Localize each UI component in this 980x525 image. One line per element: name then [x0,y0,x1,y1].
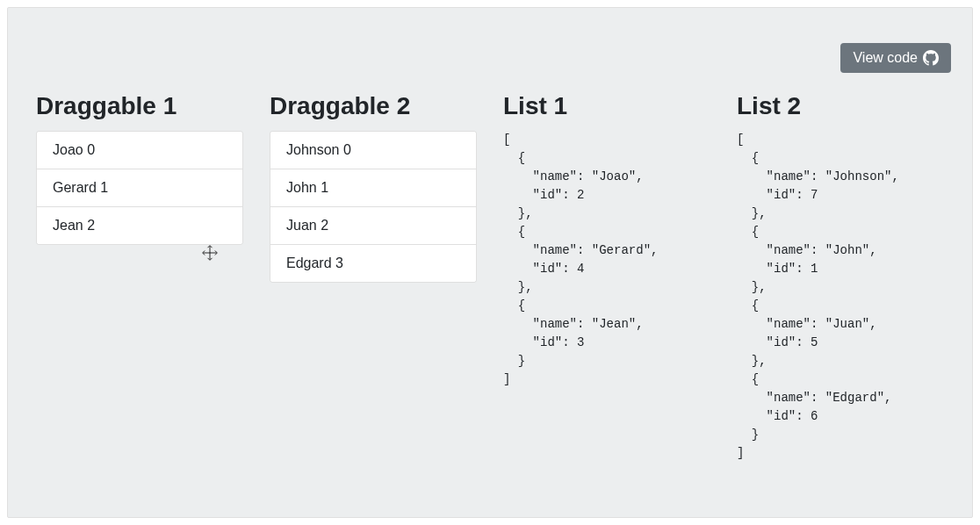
list-item[interactable]: John 1 [270,169,476,207]
list-2-column: List 2 [ { "name": "Johnson", "id": 7 },… [737,92,944,463]
list-1-title: List 1 [503,92,710,120]
list-item[interactable]: Juan 2 [270,207,476,245]
list-item[interactable]: Joao 0 [37,132,242,169]
list-item[interactable]: Edgard 3 [270,245,476,282]
list-2-json: [ { "name": "Johnson", "id": 7 }, { "nam… [737,131,944,463]
list-1-column: List 1 [ { "name": "Joao", "id": 2 }, { … [503,92,710,389]
view-code-button[interactable]: View code [840,43,951,73]
draggable-2-title: Draggable 2 [270,92,477,120]
draggable-1-column: Draggable 1 Joao 0 Gerard 1 Jean 2 [36,92,243,245]
draggable-2-list[interactable]: Johnson 0 John 1 Juan 2 Edgard 3 [270,131,477,283]
columns-row: Draggable 1 Joao 0 Gerard 1 Jean 2 Dragg… [36,92,944,463]
list-item[interactable]: Gerard 1 [37,169,242,207]
list-item[interactable]: Jean 2 [37,207,242,244]
github-icon [923,50,939,66]
draggable-2-column: Draggable 2 Johnson 0 John 1 Juan 2 Edga… [270,92,477,283]
list-2-title: List 2 [737,92,944,120]
draggable-1-title: Draggable 1 [36,92,243,120]
view-code-label: View code [853,50,918,66]
list-item[interactable]: Johnson 0 [270,132,476,169]
draggable-1-list[interactable]: Joao 0 Gerard 1 Jean 2 [36,131,243,245]
list-1-json: [ { "name": "Joao", "id": 2 }, { "name":… [503,131,710,389]
demo-panel: View code Draggable 1 Joao 0 Gerard 1 Je… [7,7,973,518]
